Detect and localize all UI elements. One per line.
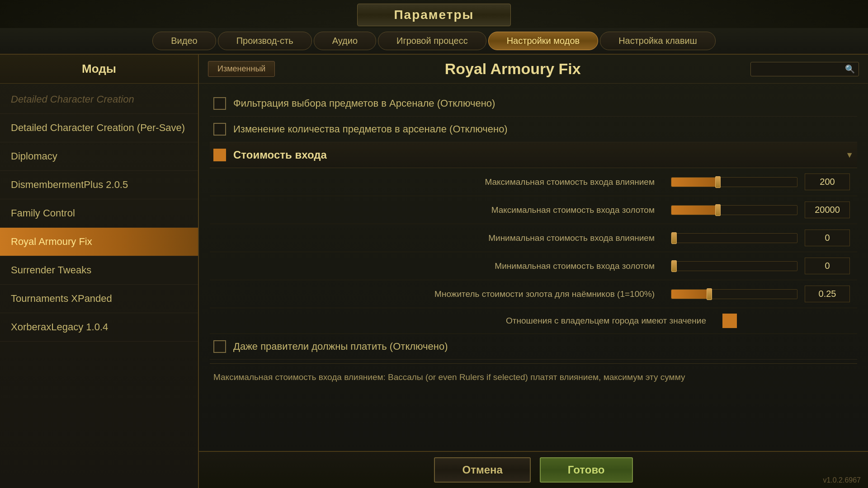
slider-influence-max-thumb[interactable] [715, 176, 721, 188]
slider-influence-min-value[interactable]: 0 [805, 230, 850, 246]
main-panel: Измененный Royal Armoury Fix 🔍 Фильтраци… [199, 55, 868, 488]
slider-gold-min-thumb[interactable] [671, 260, 677, 272]
slider-gold-min-label: Минимальная стоимость входа золотом [228, 261, 664, 271]
filter-items-checkbox[interactable] [213, 97, 226, 110]
slider-influence-max-label: Максимальная стоимость входа влиянием [228, 177, 664, 187]
sidebar-item-diplomacy[interactable]: Diplomacy [0, 142, 198, 171]
sidebar: Моды Detailed Character Creation Detaile… [0, 55, 199, 488]
change-count-row: Изменение количества предметов в арсенал… [210, 117, 857, 142]
slider-gold-multiplier-label: Множитель стоимости золота для наёмников… [228, 289, 664, 299]
slider-row-influence-min: Минимальная стоимость входа влиянием 0 [210, 224, 857, 252]
slider-gold-max-fill [671, 206, 718, 215]
filter-items-label: Фильтрация выбора предметов в Арсенале (… [233, 98, 495, 109]
slider-row-gold-multiplier: Множитель стоимости золота для наёмников… [210, 280, 857, 308]
tab-performance[interactable]: Производ-сть [218, 32, 312, 50]
slider-gold-max-thumb[interactable] [715, 204, 721, 216]
nav-tabs: Видео Производ-сть Аудио Игровой процесс… [0, 28, 868, 55]
slider-gold-multiplier-thumb[interactable] [707, 288, 712, 300]
slider-gold-max-label: Максимальная стоимость входа золотом [228, 205, 664, 215]
panel-mod-title: Royal Armoury Fix [284, 60, 741, 78]
change-count-checkbox[interactable] [213, 123, 226, 136]
settings-content: Фильтрация выбора предметов в Арсенале (… [199, 84, 868, 451]
slider-influence-min-thumb[interactable] [671, 232, 677, 244]
rulers-pay-label: Даже правители должны платить (Отключено… [233, 341, 448, 352]
description-text: Максимальная стоимость входа влиянием: В… [210, 363, 857, 391]
tab-keybinds[interactable]: Настройка клавиш [600, 32, 716, 50]
slider-gold-multiplier-fill [671, 290, 709, 299]
sidebar-item-surrender-tweaks[interactable]: Surrender Tweaks [0, 256, 198, 285]
changed-badge: Измененный [208, 61, 275, 77]
sidebar-item-royal-armoury[interactable]: Royal Armoury Fix [0, 228, 198, 256]
main-container: Параметры Видео Производ-сть Аудио Игров… [0, 0, 868, 488]
relations-label: Отношения с владельцем города имеют знач… [228, 316, 715, 326]
tab-gameplay[interactable]: Игровой процесс [378, 32, 486, 50]
slider-influence-max-value[interactable]: 200 [805, 174, 850, 190]
slider-row-influence-max: Максимальная стоимость входа влиянием 20… [210, 168, 857, 196]
slider-influence-max-fill [671, 178, 718, 187]
sidebar-item-family-control[interactable]: Family Control [0, 199, 198, 228]
cancel-button[interactable]: Отмена [434, 457, 530, 483]
search-box: 🔍 [750, 62, 859, 76]
slider-gold-max-track[interactable] [671, 205, 797, 215]
version-label: v1.0.2.6967 [823, 476, 861, 484]
expand-arrow-icon[interactable]: ▼ [845, 150, 854, 160]
sidebar-item-dismemberment[interactable]: DismembermentPlus 2.0.5 [0, 171, 198, 199]
confirm-button[interactable]: Готово [540, 457, 633, 483]
sidebar-title: Моды [0, 55, 198, 84]
slider-row-gold-min: Минимальная стоимость входа золотом 0 [210, 252, 857, 280]
panel-header: Измененный Royal Armoury Fix 🔍 [199, 55, 868, 84]
slider-gold-min-track[interactable] [671, 261, 797, 271]
search-input[interactable] [755, 64, 845, 74]
header: Параметры [0, 0, 868, 28]
change-count-label: Изменение количества предметов в арсенал… [233, 123, 508, 135]
rulers-pay-checkbox[interactable] [213, 340, 226, 353]
entry-cost-checkbox[interactable] [213, 149, 226, 161]
slider-influence-min-track[interactable] [671, 233, 797, 243]
content-area: Моды Detailed Character Creation Detaile… [0, 55, 868, 488]
filter-items-row: Фильтрация выбора предметов в Арсенале (… [210, 91, 857, 117]
page-title: Параметры [357, 4, 510, 26]
sidebar-item-dcc-persave[interactable]: Detailed Character Creation (Per-Save) [0, 114, 198, 142]
slider-row-gold-max: Максимальная стоимость входа золотом 200… [210, 196, 857, 224]
tab-mod-settings[interactable]: Настройки модов [488, 32, 598, 50]
search-icon: 🔍 [845, 64, 855, 74]
slider-influence-min-label: Минимальная стоимость входа влиянием [228, 233, 664, 243]
sidebar-list: Detailed Character Creation Detailed Cha… [0, 84, 198, 488]
slider-gold-min-value[interactable]: 0 [805, 258, 850, 274]
relations-checkbox[interactable] [722, 314, 737, 328]
entry-cost-label: Стоимость входа [233, 149, 838, 161]
relations-row: Отношения с владельцем города имеют знач… [210, 308, 857, 334]
tab-video[interactable]: Видео [152, 32, 216, 50]
rulers-pay-row: Даже правители должны платить (Отключено… [210, 334, 857, 360]
tab-audio[interactable]: Аудио [314, 32, 376, 50]
entry-cost-section: Стоимость входа ▼ [210, 142, 857, 168]
slider-gold-max-value[interactable]: 20000 [805, 202, 850, 218]
slider-gold-multiplier-track[interactable] [671, 289, 797, 299]
sidebar-item-dcc-faded[interactable]: Detailed Character Creation [0, 85, 198, 114]
sidebar-item-tournaments[interactable]: Tournaments XPanded [0, 285, 198, 313]
slider-influence-max-track[interactable] [671, 177, 797, 187]
footer: Отмена Готово [199, 451, 868, 488]
sidebar-item-xorberax[interactable]: XorberaxLegacy 1.0.4 [0, 313, 198, 342]
slider-gold-multiplier-value[interactable]: 0.25 [805, 286, 850, 302]
